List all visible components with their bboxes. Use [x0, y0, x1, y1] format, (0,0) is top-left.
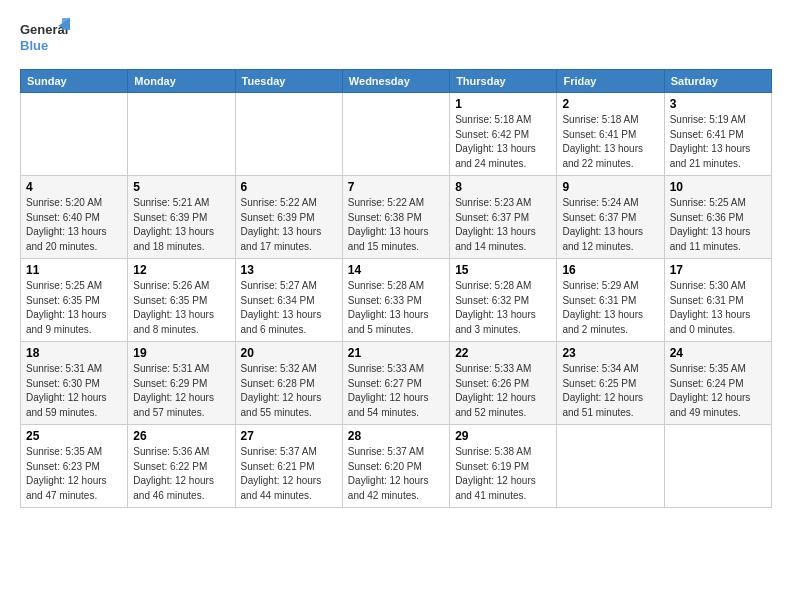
- calendar-cell: 24Sunrise: 5:35 AMSunset: 6:24 PMDayligh…: [664, 342, 771, 425]
- day-info: Sunrise: 5:23 AMSunset: 6:37 PMDaylight:…: [455, 196, 551, 254]
- calendar-cell: 27Sunrise: 5:37 AMSunset: 6:21 PMDayligh…: [235, 425, 342, 508]
- day-info: Sunrise: 5:26 AMSunset: 6:35 PMDaylight:…: [133, 279, 229, 337]
- calendar-cell: 9Sunrise: 5:24 AMSunset: 6:37 PMDaylight…: [557, 176, 664, 259]
- calendar-cell: [664, 425, 771, 508]
- calendar-cell: 26Sunrise: 5:36 AMSunset: 6:22 PMDayligh…: [128, 425, 235, 508]
- day-info: Sunrise: 5:32 AMSunset: 6:28 PMDaylight:…: [241, 362, 337, 420]
- calendar-cell: 22Sunrise: 5:33 AMSunset: 6:26 PMDayligh…: [450, 342, 557, 425]
- week-row-1: 4Sunrise: 5:20 AMSunset: 6:40 PMDaylight…: [21, 176, 772, 259]
- page: General Blue SundayMondayTuesdayWednesda…: [0, 0, 792, 518]
- day-info: Sunrise: 5:18 AMSunset: 6:42 PMDaylight:…: [455, 113, 551, 171]
- day-info: Sunrise: 5:29 AMSunset: 6:31 PMDaylight:…: [562, 279, 658, 337]
- calendar-cell: 6Sunrise: 5:22 AMSunset: 6:39 PMDaylight…: [235, 176, 342, 259]
- day-number: 29: [455, 429, 551, 443]
- day-info: Sunrise: 5:25 AMSunset: 6:36 PMDaylight:…: [670, 196, 766, 254]
- day-number: 26: [133, 429, 229, 443]
- calendar-cell: 23Sunrise: 5:34 AMSunset: 6:25 PMDayligh…: [557, 342, 664, 425]
- day-number: 2: [562, 97, 658, 111]
- day-number: 8: [455, 180, 551, 194]
- day-number: 7: [348, 180, 444, 194]
- col-header-monday: Monday: [128, 70, 235, 93]
- day-info: Sunrise: 5:31 AMSunset: 6:30 PMDaylight:…: [26, 362, 122, 420]
- calendar-cell: 25Sunrise: 5:35 AMSunset: 6:23 PMDayligh…: [21, 425, 128, 508]
- calendar-cell: 4Sunrise: 5:20 AMSunset: 6:40 PMDaylight…: [21, 176, 128, 259]
- day-info: Sunrise: 5:27 AMSunset: 6:34 PMDaylight:…: [241, 279, 337, 337]
- day-info: Sunrise: 5:36 AMSunset: 6:22 PMDaylight:…: [133, 445, 229, 503]
- col-header-friday: Friday: [557, 70, 664, 93]
- day-number: 13: [241, 263, 337, 277]
- day-number: 19: [133, 346, 229, 360]
- day-number: 27: [241, 429, 337, 443]
- day-number: 3: [670, 97, 766, 111]
- calendar-cell: [21, 93, 128, 176]
- svg-text:Blue: Blue: [20, 38, 48, 53]
- calendar-cell: 1Sunrise: 5:18 AMSunset: 6:42 PMDaylight…: [450, 93, 557, 176]
- calendar-cell: [342, 93, 449, 176]
- day-number: 11: [26, 263, 122, 277]
- calendar-cell: 13Sunrise: 5:27 AMSunset: 6:34 PMDayligh…: [235, 259, 342, 342]
- day-number: 18: [26, 346, 122, 360]
- col-header-thursday: Thursday: [450, 70, 557, 93]
- logo: General Blue: [20, 16, 70, 61]
- col-header-saturday: Saturday: [664, 70, 771, 93]
- day-info: Sunrise: 5:37 AMSunset: 6:20 PMDaylight:…: [348, 445, 444, 503]
- day-number: 14: [348, 263, 444, 277]
- calendar-cell: 19Sunrise: 5:31 AMSunset: 6:29 PMDayligh…: [128, 342, 235, 425]
- day-number: 5: [133, 180, 229, 194]
- calendar-cell: 7Sunrise: 5:22 AMSunset: 6:38 PMDaylight…: [342, 176, 449, 259]
- day-info: Sunrise: 5:33 AMSunset: 6:27 PMDaylight:…: [348, 362, 444, 420]
- day-number: 25: [26, 429, 122, 443]
- calendar-cell: 18Sunrise: 5:31 AMSunset: 6:30 PMDayligh…: [21, 342, 128, 425]
- day-number: 9: [562, 180, 658, 194]
- col-header-tuesday: Tuesday: [235, 70, 342, 93]
- calendar-cell: 17Sunrise: 5:30 AMSunset: 6:31 PMDayligh…: [664, 259, 771, 342]
- calendar-cell: [128, 93, 235, 176]
- day-info: Sunrise: 5:20 AMSunset: 6:40 PMDaylight:…: [26, 196, 122, 254]
- week-row-4: 25Sunrise: 5:35 AMSunset: 6:23 PMDayligh…: [21, 425, 772, 508]
- day-info: Sunrise: 5:30 AMSunset: 6:31 PMDaylight:…: [670, 279, 766, 337]
- day-number: 4: [26, 180, 122, 194]
- calendar-cell: 2Sunrise: 5:18 AMSunset: 6:41 PMDaylight…: [557, 93, 664, 176]
- day-info: Sunrise: 5:34 AMSunset: 6:25 PMDaylight:…: [562, 362, 658, 420]
- day-info: Sunrise: 5:24 AMSunset: 6:37 PMDaylight:…: [562, 196, 658, 254]
- week-row-0: 1Sunrise: 5:18 AMSunset: 6:42 PMDaylight…: [21, 93, 772, 176]
- day-number: 17: [670, 263, 766, 277]
- day-info: Sunrise: 5:22 AMSunset: 6:38 PMDaylight:…: [348, 196, 444, 254]
- day-number: 22: [455, 346, 551, 360]
- calendar-cell: [557, 425, 664, 508]
- calendar-cell: 12Sunrise: 5:26 AMSunset: 6:35 PMDayligh…: [128, 259, 235, 342]
- calendar-cell: 5Sunrise: 5:21 AMSunset: 6:39 PMDaylight…: [128, 176, 235, 259]
- calendar-cell: 28Sunrise: 5:37 AMSunset: 6:20 PMDayligh…: [342, 425, 449, 508]
- day-number: 10: [670, 180, 766, 194]
- header: General Blue: [20, 16, 772, 61]
- header-row: SundayMondayTuesdayWednesdayThursdayFrid…: [21, 70, 772, 93]
- calendar-cell: 15Sunrise: 5:28 AMSunset: 6:32 PMDayligh…: [450, 259, 557, 342]
- day-number: 28: [348, 429, 444, 443]
- day-info: Sunrise: 5:37 AMSunset: 6:21 PMDaylight:…: [241, 445, 337, 503]
- calendar-cell: 21Sunrise: 5:33 AMSunset: 6:27 PMDayligh…: [342, 342, 449, 425]
- calendar-cell: 3Sunrise: 5:19 AMSunset: 6:41 PMDaylight…: [664, 93, 771, 176]
- day-info: Sunrise: 5:22 AMSunset: 6:39 PMDaylight:…: [241, 196, 337, 254]
- day-number: 23: [562, 346, 658, 360]
- day-number: 21: [348, 346, 444, 360]
- logo-svg: General Blue: [20, 16, 70, 61]
- day-info: Sunrise: 5:28 AMSunset: 6:32 PMDaylight:…: [455, 279, 551, 337]
- day-number: 24: [670, 346, 766, 360]
- day-info: Sunrise: 5:31 AMSunset: 6:29 PMDaylight:…: [133, 362, 229, 420]
- calendar-cell: 16Sunrise: 5:29 AMSunset: 6:31 PMDayligh…: [557, 259, 664, 342]
- day-number: 6: [241, 180, 337, 194]
- day-number: 16: [562, 263, 658, 277]
- calendar-cell: 8Sunrise: 5:23 AMSunset: 6:37 PMDaylight…: [450, 176, 557, 259]
- day-info: Sunrise: 5:35 AMSunset: 6:24 PMDaylight:…: [670, 362, 766, 420]
- calendar-cell: 29Sunrise: 5:38 AMSunset: 6:19 PMDayligh…: [450, 425, 557, 508]
- col-header-sunday: Sunday: [21, 70, 128, 93]
- calendar-cell: [235, 93, 342, 176]
- day-info: Sunrise: 5:35 AMSunset: 6:23 PMDaylight:…: [26, 445, 122, 503]
- day-info: Sunrise: 5:33 AMSunset: 6:26 PMDaylight:…: [455, 362, 551, 420]
- day-number: 15: [455, 263, 551, 277]
- calendar-cell: 10Sunrise: 5:25 AMSunset: 6:36 PMDayligh…: [664, 176, 771, 259]
- day-info: Sunrise: 5:38 AMSunset: 6:19 PMDaylight:…: [455, 445, 551, 503]
- calendar-cell: 20Sunrise: 5:32 AMSunset: 6:28 PMDayligh…: [235, 342, 342, 425]
- calendar-cell: 11Sunrise: 5:25 AMSunset: 6:35 PMDayligh…: [21, 259, 128, 342]
- day-info: Sunrise: 5:19 AMSunset: 6:41 PMDaylight:…: [670, 113, 766, 171]
